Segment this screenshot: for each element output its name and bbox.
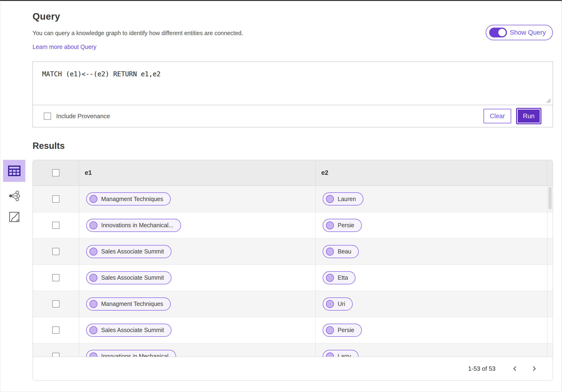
query-page: Query You can query a knowledge graph to… [0, 0, 562, 392]
results-area: e1 e2 Managment Techniques Lauren [33, 160, 553, 380]
entity-node-icon [89, 195, 97, 203]
table-body: Managment Techniques Lauren Innovations … [33, 186, 553, 357]
row-checkbox[interactable] [52, 222, 59, 229]
entity-node-icon [326, 221, 334, 229]
query-editor-wrap: MATCH (e1)<--(e2) RETURN e1,e2 [33, 62, 553, 105]
row-checkbox-cell [33, 353, 79, 357]
entity-node-icon [89, 221, 97, 229]
include-provenance-checkbox[interactable] [44, 113, 51, 120]
entity-label: Persie [338, 222, 354, 229]
entity-pill[interactable]: Sales Associate Summit [86, 245, 171, 258]
pagination-range: 1-53 of 53 [468, 365, 495, 372]
table-row[interactable]: Innovations in Mechanical Larry [33, 343, 553, 357]
table-row[interactable]: Managment Techniques Lauren [33, 186, 553, 212]
entity-node-icon [326, 274, 334, 282]
table-header-row: e1 e2 [33, 160, 553, 186]
table-row[interactable]: Sales Associate Summit Persie [33, 317, 553, 343]
learn-more-link[interactable]: Learn more about Query [33, 44, 96, 50]
chevron-right-icon [532, 365, 537, 372]
query-input[interactable]: MATCH (e1)<--(e2) RETURN e1,e2 [33, 62, 553, 105]
query-header-section: Query You can query a knowledge graph to… [33, 1, 553, 50]
row-cell-e2: Larry [316, 343, 553, 357]
entity-label: Sales Associate Summit [101, 327, 164, 334]
query-description: You can query a knowledge graph to ident… [33, 30, 553, 36]
show-query-toggle[interactable]: Show Query [486, 25, 553, 40]
results-title: Results [33, 141, 553, 151]
entity-node-icon [326, 248, 334, 255]
clear-button[interactable]: Clear [484, 109, 511, 123]
row-cell-e2: Persie [316, 212, 553, 238]
row-checkbox-cell [33, 274, 79, 281]
select-all-checkbox[interactable] [52, 169, 59, 176]
row-cell-e2: Uri [316, 291, 553, 317]
entity-pill[interactable]: Persie [323, 324, 362, 337]
entity-node-icon [89, 352, 97, 357]
row-cell-e2: Persie [316, 317, 553, 343]
column-header-e2: e2 [316, 160, 553, 185]
entity-label: Managment Techniques [101, 300, 163, 307]
row-checkbox[interactable] [52, 353, 59, 357]
entity-node-icon [89, 274, 97, 282]
entity-label: Managment Techniques [101, 196, 163, 202]
entity-pill[interactable]: Sales Associate Summit [86, 271, 171, 284]
entity-pill[interactable]: Sales Associate Summit [86, 324, 171, 337]
header-checkbox-cell [33, 169, 79, 176]
query-actions: Clear Run [484, 109, 542, 124]
row-checkbox[interactable] [52, 274, 59, 281]
entity-label: Innovations in Mechanical [101, 353, 169, 357]
entity-pill[interactable]: Innovations in Mechanical [86, 350, 176, 357]
toggle-switch-icon[interactable] [489, 28, 507, 37]
row-checkbox[interactable] [52, 248, 59, 255]
row-cell-e1: Managment Techniques [79, 291, 316, 317]
include-provenance-control[interactable]: Include Provenance [44, 113, 110, 120]
entity-label: Lauren [338, 196, 356, 202]
entity-pill[interactable]: Managment Techniques [86, 298, 171, 311]
entity-pill[interactable]: Uri [323, 298, 353, 311]
next-page-button[interactable] [529, 363, 539, 374]
table-scrollbar[interactable] [549, 187, 552, 209]
row-checkbox[interactable] [52, 196, 59, 203]
row-checkbox-cell [33, 326, 79, 334]
table-row[interactable]: Sales Associate Summit Beau [33, 238, 553, 265]
entity-label: Uri [338, 300, 345, 307]
row-checkbox-cell [33, 222, 79, 229]
table-row[interactable]: Sales Associate Summit Etta [33, 265, 553, 291]
entity-label: Etta [338, 274, 348, 281]
row-checkbox-cell [33, 196, 79, 203]
view-switcher [3, 160, 25, 224]
entity-node-icon [89, 326, 97, 334]
row-cell-e2: Lauren [316, 186, 553, 212]
row-checkbox[interactable] [52, 326, 59, 334]
entity-pill[interactable]: Beau [323, 245, 359, 258]
entity-pill[interactable]: Lauren [323, 192, 363, 206]
entity-label: Sales Associate Summit [101, 274, 164, 281]
entity-pill[interactable]: Etta [323, 271, 355, 284]
entity-node-icon [89, 248, 97, 255]
entity-label: Persie [338, 327, 354, 334]
graph-view-button[interactable] [3, 189, 25, 203]
row-cell-e1: Sales Associate Summit [79, 265, 316, 291]
table-view-button[interactable] [3, 160, 25, 182]
toggle-knob [498, 29, 506, 36]
table-footer: 1-53 of 53 [33, 357, 553, 380]
entity-pill[interactable]: Larry [323, 350, 359, 357]
previous-page-button[interactable] [510, 363, 520, 374]
entity-pill[interactable]: Persie [323, 219, 362, 232]
row-cell-e2: Etta [316, 265, 553, 291]
chevron-left-icon [512, 365, 517, 372]
resize-grip-icon[interactable] [546, 98, 551, 103]
chart-view-button[interactable] [3, 210, 25, 224]
table-row[interactable]: Innovations in Mechanical... Persie [33, 212, 553, 238]
row-checkbox[interactable] [52, 300, 59, 308]
include-provenance-label: Include Provenance [56, 113, 110, 120]
entity-pill[interactable]: Managment Techniques [86, 192, 171, 206]
table-row[interactable]: Managment Techniques Uri [33, 291, 553, 317]
entity-label: Larry [338, 353, 351, 357]
entity-node-icon [326, 352, 334, 357]
page-title: Query [33, 11, 553, 22]
entity-node-icon [326, 300, 334, 308]
entity-pill[interactable]: Innovations in Mechanical... [86, 219, 181, 232]
run-button[interactable]: Run [517, 109, 541, 124]
row-cell-e1: Sales Associate Summit [79, 239, 316, 265]
entity-node-icon [326, 326, 334, 334]
